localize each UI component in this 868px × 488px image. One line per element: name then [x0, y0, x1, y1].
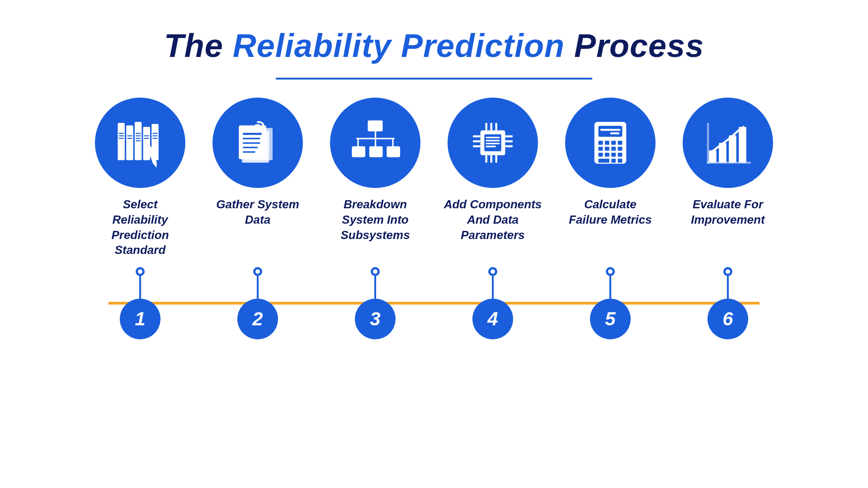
svg-rect-52: [486, 137, 500, 138]
node-number-2: 2: [237, 299, 278, 339]
svg-rect-62: [611, 141, 616, 145]
svg-rect-10: [136, 133, 141, 134]
step-2: Gather SystemData: [199, 98, 316, 247]
svg-rect-40: [473, 136, 481, 137]
page-title: The Reliability Prediction Process: [164, 27, 704, 64]
timeline-row: 1 2 3 4 5 6: [50, 267, 818, 339]
svg-rect-34: [392, 139, 393, 147]
svg-rect-55: [486, 146, 496, 147]
svg-rect-57: [599, 126, 623, 137]
svg-rect-25: [243, 138, 260, 139]
node-dot-1: [136, 267, 145, 276]
step-6: Evaluate forimprovement: [669, 98, 787, 247]
svg-rect-81: [707, 162, 751, 164]
svg-rect-31: [356, 138, 395, 139]
svg-rect-66: [611, 147, 616, 151]
svg-rect-28: [243, 151, 255, 153]
svg-rect-26: [243, 142, 260, 144]
step-1: SelectReliabilityPredictionStandard: [81, 98, 199, 258]
svg-rect-7: [119, 138, 124, 139]
svg-rect-0: [118, 123, 125, 160]
svg-rect-8: [127, 136, 132, 136]
svg-rect-6: [119, 136, 124, 136]
svg-rect-46: [486, 123, 487, 131]
node-stem-3: [374, 276, 376, 299]
svg-rect-48: [495, 123, 497, 131]
timeline-node-2: 2: [199, 267, 316, 339]
title-divider: [276, 78, 592, 80]
svg-rect-15: [144, 138, 149, 139]
svg-rect-53: [486, 140, 500, 141]
svg-rect-29: [368, 121, 383, 131]
svg-rect-49: [486, 155, 487, 163]
step-4-circle: [448, 98, 538, 188]
svg-rect-12: [136, 138, 141, 139]
svg-rect-1: [126, 126, 133, 160]
svg-rect-43: [505, 136, 513, 137]
node-number-4: 4: [472, 299, 513, 339]
svg-rect-77: [729, 136, 736, 163]
node-dot-5: [606, 267, 615, 276]
node-stem-5: [609, 276, 611, 299]
svg-rect-13: [136, 141, 141, 141]
hierarchy-icon: [350, 118, 400, 168]
svg-rect-36: [369, 146, 383, 157]
svg-rect-16: [153, 133, 158, 134]
svg-rect-5: [119, 133, 124, 134]
svg-rect-3: [143, 127, 150, 160]
title-part3: Process: [565, 28, 704, 64]
title-highlighted: Reliability Prediction: [233, 28, 565, 64]
svg-rect-72: [599, 159, 609, 163]
svg-rect-44: [505, 141, 513, 142]
node-number-3: 3: [355, 299, 396, 339]
svg-rect-51: [495, 155, 497, 163]
svg-rect-27: [243, 147, 258, 148]
svg-rect-80: [707, 123, 709, 164]
title-area: The Reliability Prediction Process: [164, 27, 704, 64]
svg-rect-69: [605, 153, 609, 157]
svg-rect-78: [739, 127, 746, 163]
step-4-label: Add componentsand dataparameters: [444, 197, 542, 247]
node-stem-2: [257, 276, 259, 299]
svg-rect-71: [618, 153, 623, 157]
steps-row: SelectReliabilityPredictionStandard: [50, 98, 818, 258]
svg-rect-30: [375, 131, 376, 139]
svg-rect-68: [599, 153, 603, 157]
svg-rect-35: [352, 146, 365, 157]
step-1-circle: [95, 98, 185, 188]
svg-rect-61: [605, 141, 609, 145]
svg-rect-18: [153, 138, 158, 139]
node-number-5: 5: [590, 299, 631, 339]
timeline-node-6: 6: [669, 267, 787, 339]
svg-rect-33: [375, 139, 376, 147]
svg-rect-37: [387, 146, 400, 157]
svg-rect-63: [618, 141, 623, 145]
step-3: BreakdownSystem intoSubsystems: [316, 98, 434, 247]
svg-rect-64: [599, 147, 603, 151]
step-4: Add componentsand dataparameters: [434, 98, 552, 247]
svg-rect-67: [618, 147, 623, 151]
svg-rect-50: [491, 155, 492, 163]
step-5: CalculateFailure Metrics: [552, 98, 669, 247]
svg-rect-60: [599, 141, 603, 145]
svg-rect-65: [605, 147, 609, 151]
svg-rect-9: [127, 138, 132, 139]
timeline-node-4: 4: [434, 267, 552, 339]
svg-rect-32: [357, 139, 359, 147]
documents-icon: [233, 118, 283, 168]
svg-rect-58: [600, 129, 620, 131]
svg-rect-45: [505, 145, 513, 147]
svg-rect-70: [611, 153, 616, 157]
step-2-label: Gather SystemData: [216, 197, 299, 247]
step-3-label: BreakdownSystem intoSubsystems: [340, 197, 410, 247]
svg-rect-47: [491, 123, 492, 131]
node-dot-4: [488, 267, 497, 276]
svg-rect-59: [610, 132, 619, 134]
step-6-circle: [683, 98, 773, 188]
svg-rect-74: [618, 159, 623, 163]
node-stem-4: [492, 276, 494, 299]
svg-rect-54: [486, 143, 500, 144]
step-5-label: CalculateFailure Metrics: [569, 197, 652, 247]
timeline-node-5: 5: [552, 267, 669, 339]
svg-rect-17: [153, 136, 158, 136]
